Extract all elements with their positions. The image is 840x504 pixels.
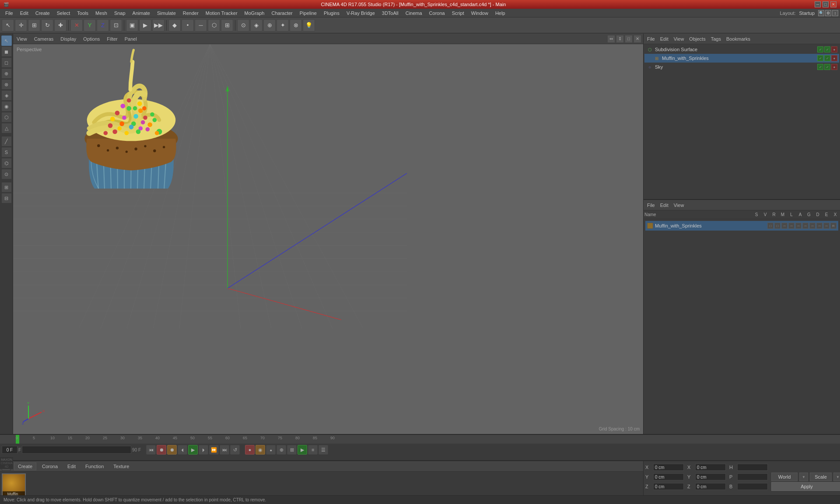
mat-badge-4[interactable]: ─ — [788, 223, 794, 229]
tool-sidebar-s[interactable]: S — [1, 147, 12, 158]
tool-texture[interactable]: ⊙ — [237, 19, 249, 32]
tool-sidebar-poly[interactable]: ⬡ — [1, 112, 12, 122]
menu-mesh[interactable]: Mesh — [92, 10, 111, 17]
badge-check-1[interactable]: ✓ — [817, 46, 823, 52]
vp-menu-filter[interactable]: Filter — [105, 35, 119, 42]
viewport-canvas[interactable]: Perspective Grid Spacing : 10 cm X Y Z — [13, 44, 643, 434]
tool-obj-mode[interactable]: ◆ — [168, 19, 181, 32]
menu-corona[interactable]: Corona — [426, 10, 448, 17]
mat-menu-edit[interactable]: Edit — [658, 202, 670, 209]
pb-record[interactable]: ⏺ — [157, 445, 166, 455]
mat-badge-6[interactable]: ─ — [802, 223, 808, 229]
vp-maximize-icon[interactable]: ⇕ — [616, 35, 624, 43]
tool-world[interactable]: ⊡ — [110, 19, 122, 32]
menu-vray[interactable]: V-Ray Bridge — [343, 10, 378, 17]
pb-go-end[interactable]: ⏭ — [220, 445, 229, 455]
tool-sidebar-deform[interactable]: ⊗ — [1, 79, 12, 90]
scale-button[interactable]: Scale — [810, 472, 832, 481]
menu-window[interactable]: Window — [468, 10, 492, 17]
coord-y-rot[interactable] — [695, 473, 726, 480]
menu-animate[interactable]: Animate — [129, 10, 154, 17]
obj-item-sky[interactable]: ○ Sky ✓ ✓ ● — [644, 63, 839, 71]
pb-key[interactable]: ⬥ — [266, 445, 276, 455]
vp-menu-view[interactable]: View — [15, 35, 29, 42]
pb-step-back[interactable]: ⏴ — [178, 445, 187, 455]
pb-list[interactable]: ☰ — [318, 445, 328, 455]
vp-menu-cameras[interactable]: Cameras — [32, 35, 56, 42]
tab-edit[interactable]: Edit — [63, 462, 80, 470]
tool-snap-vertex[interactable]: ✦ — [276, 19, 289, 32]
menu-pipeline[interactable]: Pipeline — [296, 10, 320, 17]
tool-render-region[interactable]: ▣ — [126, 19, 138, 32]
tool-sidebar-deform2[interactable]: ⊟ — [1, 193, 12, 203]
mat-badge-3[interactable]: ─ — [781, 223, 788, 229]
mat-badge-7[interactable]: ─ — [809, 223, 816, 229]
pb-go-start[interactable]: ⏮ — [146, 445, 156, 455]
tool-sidebar-grid[interactable]: ⊞ — [1, 182, 12, 192]
sky-badge-3[interactable]: ● — [831, 64, 837, 70]
layout-btn-3[interactable]: ↕ — [832, 10, 838, 16]
tool-z[interactable]: Z — [97, 19, 109, 32]
tool-material[interactable]: ◈ — [250, 19, 262, 32]
obj-menu-file[interactable]: File — [645, 35, 657, 42]
tab-function[interactable]: Function — [81, 462, 108, 470]
tool-sidebar-spline[interactable]: △ — [1, 123, 12, 133]
sky-badge-1[interactable]: ✓ — [817, 64, 823, 70]
mat-badge-9[interactable]: ─ — [823, 223, 830, 229]
pb-step-fwd[interactable]: ⏵ — [199, 445, 208, 455]
obj-item-subdivision[interactable]: ⬡ Subdivision Surface ✓ ✓ ● — [644, 45, 839, 54]
maximize-button[interactable]: □ — [822, 1, 829, 7]
world-dropdown[interactable]: ▼ — [799, 472, 808, 481]
current-frame-input[interactable] — [2, 446, 18, 454]
tool-sidebar-tag[interactable]: ◈ — [1, 90, 12, 101]
layout-preset[interactable]: Startup — [799, 10, 815, 16]
coord-p[interactable] — [737, 473, 768, 480]
tool-poly-mode[interactable]: ⬡ — [208, 19, 220, 32]
muffin-badge-3[interactable]: ● — [831, 55, 837, 61]
tool-sidebar-obj[interactable]: ◼ — [1, 46, 12, 57]
apply-button[interactable]: Apply — [771, 482, 840, 491]
vp-layout-icon[interactable]: □ — [625, 35, 633, 43]
menu-create[interactable]: Create — [32, 10, 53, 17]
tab-create[interactable]: Create — [14, 462, 36, 470]
tool-y[interactable]: Y — [84, 19, 96, 32]
badge-check-2[interactable]: ✓ — [824, 46, 830, 52]
menu-script[interactable]: Script — [448, 10, 468, 17]
menu-3dtall[interactable]: 3DToAll — [378, 10, 402, 17]
tool-move[interactable]: ✛ — [15, 19, 27, 32]
obj-menu-view[interactable]: View — [672, 35, 686, 42]
mat-badge-10[interactable]: R — [830, 223, 836, 229]
coord-x-rot[interactable] — [695, 464, 726, 471]
pb-orange-1[interactable]: ◉ — [256, 445, 265, 455]
obj-menu-edit[interactable]: Edit — [658, 35, 670, 42]
layout-btn-1[interactable]: 🔍 — [818, 10, 824, 16]
tool-sidebar-sel[interactable]: ◻ — [1, 57, 12, 68]
tool-sidebar-nurbs[interactable]: ⌬ — [1, 158, 12, 168]
tool-render-active[interactable]: ▶ — [139, 19, 151, 32]
tool-edge-mode[interactable]: ─ — [195, 19, 207, 32]
tool-point-mode[interactable]: • — [182, 19, 194, 32]
tool-sidebar-move[interactable]: ↖ — [1, 35, 12, 46]
vp-menu-options[interactable]: Options — [81, 35, 102, 42]
pb-red-1[interactable]: ● — [245, 445, 255, 455]
coord-z-rot[interactable] — [695, 483, 726, 490]
tool-scale[interactable]: ⊞ — [28, 19, 40, 32]
tab-texture[interactable]: Texture — [109, 462, 133, 470]
tool-select[interactable]: ↖ — [2, 19, 14, 32]
vp-close-icon[interactable]: ✕ — [634, 35, 641, 43]
menu-motion-tracker[interactable]: Motion Tracker — [202, 10, 241, 17]
tool-render-all[interactable]: ▶▶ — [152, 19, 164, 32]
tool-plus[interactable]: ✚ — [54, 19, 66, 32]
vp-menu-display[interactable]: Display — [59, 35, 78, 42]
mat-badge-2[interactable]: □ — [774, 223, 780, 229]
mat-badge-5[interactable]: ─ — [795, 223, 802, 229]
menu-file[interactable]: File — [2, 10, 17, 17]
pb-green-1[interactable]: ▶ — [298, 445, 307, 455]
layout-btn-2[interactable]: ⚙ — [825, 10, 831, 16]
pb-auto-key[interactable]: ⊕ — [276, 445, 286, 455]
obj-menu-bookmarks[interactable]: Bookmarks — [724, 35, 752, 42]
menu-snap[interactable]: Snap — [111, 10, 129, 17]
pb-record-auto[interactable]: ⏺ — [167, 445, 177, 455]
menu-cinema[interactable]: Cinema — [402, 10, 426, 17]
tool-x[interactable]: ✕ — [70, 19, 83, 32]
